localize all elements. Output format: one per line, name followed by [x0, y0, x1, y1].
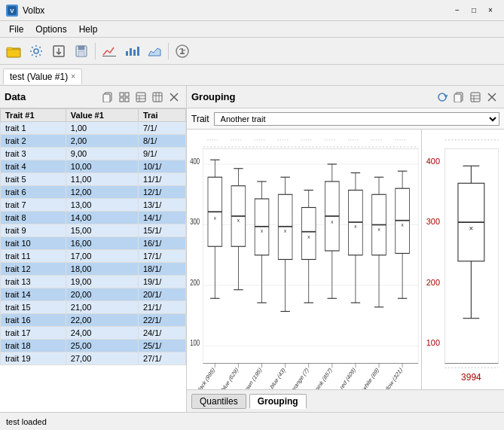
table-cell: 21/1/: [138, 301, 185, 314]
table-row: trait 1724,0024/1/: [1, 327, 186, 340]
svg-rect-17: [120, 93, 124, 96]
table-cell: 17,00: [66, 250, 138, 263]
svg-rect-21: [136, 93, 145, 102]
table-cell: 24/1/: [138, 327, 185, 340]
table-row: trait 22,008/1/: [1, 135, 186, 148]
table-cell: 7/1/: [138, 122, 185, 135]
table-row: trait 1521,0021/1/: [1, 301, 186, 314]
toolbar-separator-2: [168, 43, 169, 59]
data-copy-button[interactable]: [100, 90, 115, 105]
table-cell: 27,00: [66, 352, 138, 365]
table-cell: 14/1/: [138, 212, 185, 224]
svg-text:400: 400: [190, 156, 200, 166]
grouping-refresh-button[interactable]: [435, 90, 450, 105]
table-cell: trait 16: [1, 314, 66, 327]
data-columns-button[interactable]: [150, 90, 165, 105]
table-cell: trait 7: [1, 199, 66, 212]
tab-label: test (Value #1): [10, 72, 68, 82]
table-cell: 10,00: [66, 160, 138, 173]
svg-text:orange (7): orange (7): [291, 366, 310, 389]
menu-file[interactable]: File: [3, 23, 29, 36]
table-cell: 22,00: [66, 314, 138, 327]
grouping-table-button[interactable]: [468, 90, 483, 105]
table-row: trait 1117,0017/1/: [1, 250, 186, 263]
svg-text:×: ×: [377, 225, 380, 233]
chart-right-svg: 400 300 200 100: [422, 130, 504, 389]
data-grid-button[interactable]: [117, 90, 132, 105]
export2-button[interactable]: [172, 41, 193, 62]
grouping-close-button[interactable]: [484, 90, 499, 105]
svg-text:white (69): white (69): [361, 366, 380, 389]
trait-select[interactable]: Another trait: [214, 112, 499, 126]
table-cell: trait 1: [1, 122, 66, 135]
svg-text:×: ×: [214, 215, 217, 223]
table-cell: trait 12: [1, 263, 66, 276]
table-row: trait 1622,0022/1/: [1, 314, 186, 327]
table-cell: 12/1/: [138, 186, 185, 199]
grouping-tab[interactable]: Grouping: [249, 394, 307, 409]
table-cell: 20,00: [66, 288, 138, 301]
table-cell: 18/1/: [138, 263, 185, 276]
grouping-copy-button[interactable]: [451, 90, 466, 105]
table-cell: 20/1/: [138, 288, 185, 301]
tab-close-button[interactable]: ×: [71, 72, 75, 81]
table-cell: 14,00: [66, 212, 138, 224]
table-row: trait 11,007/1/: [1, 122, 186, 135]
status-text: test loaded: [6, 417, 47, 426]
svg-text:3994: 3994: [461, 372, 481, 383]
table-cell: trait 13: [1, 276, 66, 288]
trait-label: Trait: [191, 114, 209, 124]
minimize-button[interactable]: −: [450, 5, 465, 17]
toolbar-separator-1: [95, 43, 96, 59]
table-cell: 25,00: [66, 340, 138, 352]
table-cell: 13,00: [66, 199, 138, 212]
table-cell: 17/1/: [138, 250, 185, 263]
status-bar: test loaded: [0, 412, 504, 430]
bar-chart-button[interactable]: [121, 41, 142, 62]
table-cell: 1,00: [66, 122, 138, 135]
svg-text:black (995): black (995): [196, 366, 216, 389]
col-trait2: Trai: [138, 109, 185, 122]
table-cell: trait 18: [1, 340, 66, 352]
table-cell: trait 9: [1, 224, 66, 237]
svg-text:blue (629): blue (629): [221, 366, 240, 389]
quantiles-tab[interactable]: Quantiles: [191, 394, 246, 409]
table-cell: 2,00: [66, 135, 138, 148]
main-tab[interactable]: test (Value #1) ×: [3, 69, 82, 84]
svg-text:dark blue (43): dark blue (43): [262, 366, 286, 389]
close-button[interactable]: ×: [483, 5, 498, 17]
chart-svg: 400 300 200 100: [187, 130, 421, 389]
data-table[interactable]: Trait #1 Value #1 Trai trait 11,007/1/tr…: [0, 108, 186, 412]
grouping-panel: Grouping Trait Another trait: [187, 86, 504, 412]
menu-options[interactable]: Options: [29, 23, 72, 36]
svg-text:×: ×: [284, 227, 287, 236]
svg-text:yellow (321): yellow (321): [382, 366, 404, 389]
table-cell: 19/1/: [138, 276, 185, 288]
settings-button[interactable]: [26, 41, 47, 62]
data-close-button[interactable]: [166, 90, 182, 105]
svg-text:×: ×: [401, 221, 404, 230]
svg-text:pink (857): pink (857): [314, 366, 333, 389]
svg-rect-10: [130, 48, 132, 56]
table-cell: 11/1/: [138, 173, 185, 186]
data-table-button[interactable]: [133, 90, 148, 105]
table-row: trait 1016,0016/1/: [1, 237, 186, 250]
menu-help[interactable]: Help: [73, 23, 104, 36]
table-cell: trait 6: [1, 186, 66, 199]
title-bar: V Volbx − □ ×: [0, 0, 504, 21]
grouping-panel-icons: [435, 90, 499, 105]
area-chart-button[interactable]: [144, 41, 165, 62]
line-chart-button[interactable]: [99, 41, 120, 62]
table-cell: trait 11: [1, 250, 66, 263]
export-button[interactable]: [48, 41, 69, 62]
svg-text:red (409): red (409): [339, 366, 356, 389]
table-cell: trait 3: [1, 148, 66, 160]
maximize-button[interactable]: □: [466, 5, 481, 17]
save-button[interactable]: [71, 41, 92, 62]
open-folder-button[interactable]: [3, 41, 24, 62]
svg-text:300: 300: [426, 217, 440, 226]
svg-marker-13: [148, 48, 160, 56]
data-panel-icons: [100, 90, 182, 105]
table-cell: 12,00: [66, 186, 138, 199]
table-cell: trait 10: [1, 237, 66, 250]
